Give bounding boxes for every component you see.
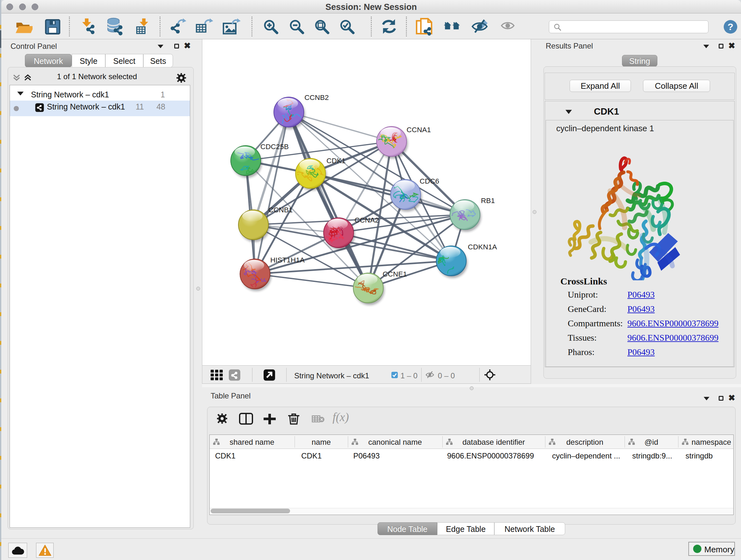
svg-text:CDK1: CDK1 bbox=[327, 157, 346, 165]
svg-text:CCNB2: CCNB2 bbox=[305, 94, 329, 102]
svg-text:CCNE1: CCNE1 bbox=[383, 270, 407, 278]
svg-text:CDKN1A: CDKN1A bbox=[468, 243, 497, 251]
svg-text:CCNB1: CCNB1 bbox=[268, 206, 293, 214]
svg-text:?: ? bbox=[728, 21, 733, 32]
svg-text:CDC25B: CDC25B bbox=[260, 143, 289, 151]
svg-text:RB1: RB1 bbox=[481, 197, 495, 205]
svg-text:CCNA1: CCNA1 bbox=[407, 126, 431, 134]
svg-text:CDC6: CDC6 bbox=[420, 177, 439, 185]
svg-text:HIST1H1A: HIST1H1A bbox=[270, 256, 305, 264]
svg-text:CCNA2: CCNA2 bbox=[354, 216, 379, 224]
